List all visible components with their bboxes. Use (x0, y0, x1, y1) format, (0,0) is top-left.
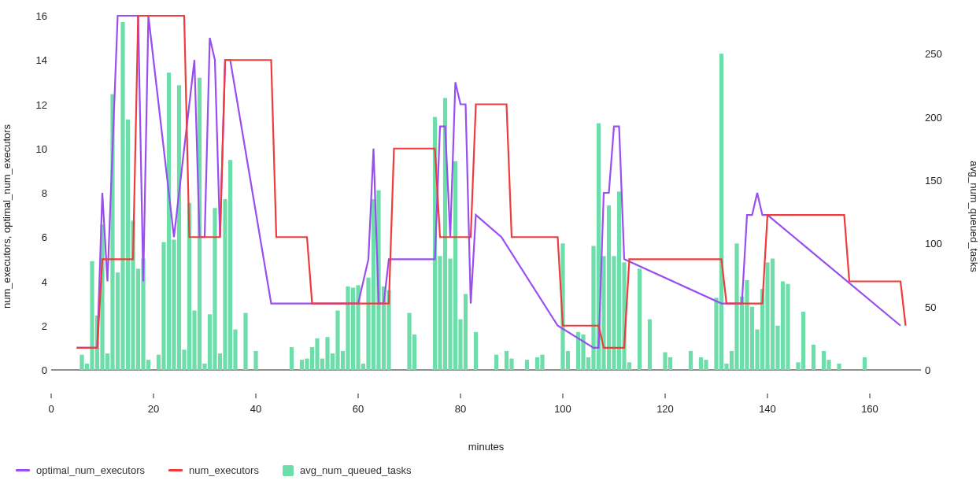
y-right-tick: 250 (925, 48, 968, 60)
x-axis-label: minutes (51, 441, 921, 453)
bar (116, 272, 120, 370)
y-right-tick: 150 (925, 174, 968, 186)
y-left-tick: 6 (16, 231, 47, 243)
bar (233, 330, 237, 370)
bar (438, 256, 442, 370)
y-right-tick: 200 (925, 111, 968, 123)
bar (648, 320, 652, 370)
x-tick: 60 (342, 403, 374, 415)
legend-item[interactable]: avg_num_queued_tasks (283, 464, 412, 476)
bar (724, 364, 728, 370)
bar (719, 54, 723, 370)
x-tick: 100 (547, 403, 579, 415)
bar (335, 310, 339, 370)
bar (208, 314, 212, 370)
bar (612, 256, 616, 370)
bar (243, 313, 247, 370)
legend-line-icon (16, 469, 30, 471)
bar (755, 330, 759, 370)
bar (346, 286, 349, 370)
y-left-tick: 4 (16, 275, 47, 287)
bar (136, 268, 140, 370)
bar (161, 242, 165, 370)
bar (699, 357, 703, 370)
bar (494, 355, 498, 370)
legend-label: num_executors (189, 464, 259, 476)
bar (704, 360, 708, 370)
bar (412, 335, 416, 370)
bar (105, 353, 109, 370)
bar (638, 268, 642, 370)
x-tick: 40 (240, 403, 272, 415)
bar (566, 351, 570, 370)
bar (177, 85, 181, 370)
bar (663, 353, 667, 371)
bar (474, 332, 478, 370)
y-axis-right-label: avg_num_queued_tasks (968, 35, 980, 397)
bar (617, 191, 621, 370)
chart-svg (51, 16, 921, 417)
y-left-tick: 0 (16, 364, 47, 376)
legend-line-icon (168, 469, 183, 471)
bar (812, 345, 815, 370)
legend-square-icon (283, 465, 294, 476)
bar (223, 199, 227, 370)
x-tick: 160 (854, 403, 886, 415)
bar (786, 284, 790, 370)
x-tick: 80 (445, 403, 476, 415)
bar (714, 298, 718, 370)
bar (325, 337, 329, 370)
x-tick: 140 (752, 403, 783, 415)
bar (361, 364, 365, 370)
legend-item[interactable]: optimal_num_executors (16, 464, 145, 476)
bar (586, 357, 590, 370)
y-left-tick: 10 (16, 142, 47, 154)
chart-container: num_executors, optimal_num_executors avg… (0, 0, 980, 499)
legend-item[interactable]: num_executors (168, 464, 259, 476)
y-left-tick: 12 (16, 98, 47, 110)
bar (372, 199, 375, 370)
bar (801, 312, 805, 370)
y-right-tick: 100 (925, 238, 968, 250)
bar (745, 280, 749, 370)
bar (505, 351, 508, 370)
bar (765, 262, 769, 370)
bar (591, 246, 595, 371)
legend-label: avg_num_queued_tasks (300, 464, 412, 476)
y-right-tick: 0 (925, 364, 968, 376)
bar (509, 359, 513, 370)
bar (182, 349, 186, 370)
bar (172, 239, 176, 370)
bar (627, 362, 631, 370)
bar (228, 160, 232, 370)
bar (740, 297, 744, 370)
bar (167, 72, 171, 370)
bar (192, 310, 196, 370)
bar (464, 294, 468, 370)
bar (253, 351, 257, 370)
y-left-tick: 16 (16, 10, 47, 22)
y-left-tick: 8 (16, 187, 47, 199)
bar (796, 362, 800, 370)
bar (331, 353, 335, 370)
bar (607, 205, 611, 370)
bar (448, 259, 452, 370)
bar (458, 320, 462, 370)
x-tick: 20 (138, 403, 169, 415)
bar (213, 208, 216, 370)
bar (863, 357, 867, 370)
bar (837, 364, 841, 370)
legend-label: optimal_num_executors (36, 464, 145, 476)
bar (689, 351, 693, 370)
bar (146, 360, 150, 370)
bar (85, 364, 89, 370)
bar (300, 360, 304, 370)
bar (315, 338, 319, 370)
bar (80, 355, 83, 370)
bar (601, 256, 605, 370)
x-tick: 0 (35, 403, 67, 415)
bar (668, 357, 672, 370)
bar (734, 243, 738, 370)
bar (771, 259, 775, 370)
bar (126, 120, 130, 370)
